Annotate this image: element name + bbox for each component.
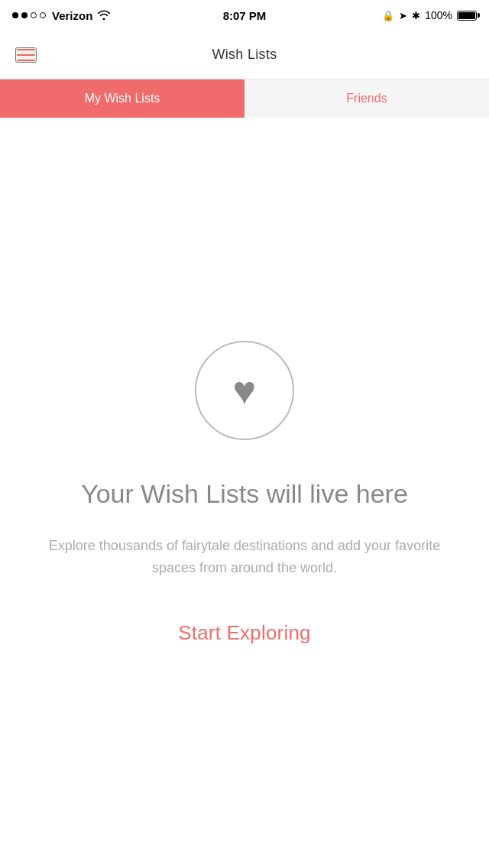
battery-fill	[458, 12, 475, 19]
signal-dot-1	[12, 12, 18, 18]
battery-icon	[457, 11, 477, 21]
wifi-icon	[97, 9, 111, 22]
status-right: 🔒 ➤ ✱ 100%	[382, 9, 477, 21]
tab-bar: My Wish Lists Friends	[0, 79, 489, 118]
heart-circle-icon: ♥	[195, 341, 294, 440]
battery-percentage: 100%	[425, 9, 452, 21]
hamburger-line-3	[17, 60, 35, 61]
tab-my-wish-lists[interactable]: My Wish Lists	[0, 79, 244, 118]
signal-dot-4	[40, 12, 46, 18]
menu-button[interactable]	[15, 47, 37, 63]
tab-friends[interactable]: Friends	[244, 79, 489, 118]
status-left: Verizon	[12, 9, 111, 22]
hamburger-line-1	[17, 49, 35, 50]
signal-dots	[12, 12, 46, 18]
hamburger-line-2	[17, 54, 35, 56]
location-icon: ➤	[399, 10, 407, 21]
signal-dot-2	[21, 12, 28, 18]
start-exploring-button[interactable]: Start Exploring	[178, 621, 311, 645]
main-content: ♥ Your Wish Lists will live here Explore…	[0, 118, 489, 868]
status-bar: Verizon 8:07 PM 🔒 ➤ ✱ 100%	[0, 0, 489, 31]
page-title: Wish Lists	[212, 47, 277, 63]
tab-friends-label: Friends	[346, 92, 387, 105]
tab-my-wish-lists-label: My Wish Lists	[85, 92, 160, 105]
empty-state-title: Your Wish Lists will live here	[81, 477, 408, 510]
carrier-label: Verizon	[52, 9, 92, 22]
status-time: 8:07 PM	[223, 9, 267, 22]
empty-state-description: Explore thousands of fairytale destinati…	[46, 535, 443, 579]
signal-dot-3	[31, 12, 37, 18]
bluetooth-icon: ✱	[412, 10, 420, 21]
nav-bar: Wish Lists	[0, 31, 489, 79]
heart-icon: ♥	[233, 371, 257, 410]
lock-icon: 🔒	[382, 10, 394, 21]
